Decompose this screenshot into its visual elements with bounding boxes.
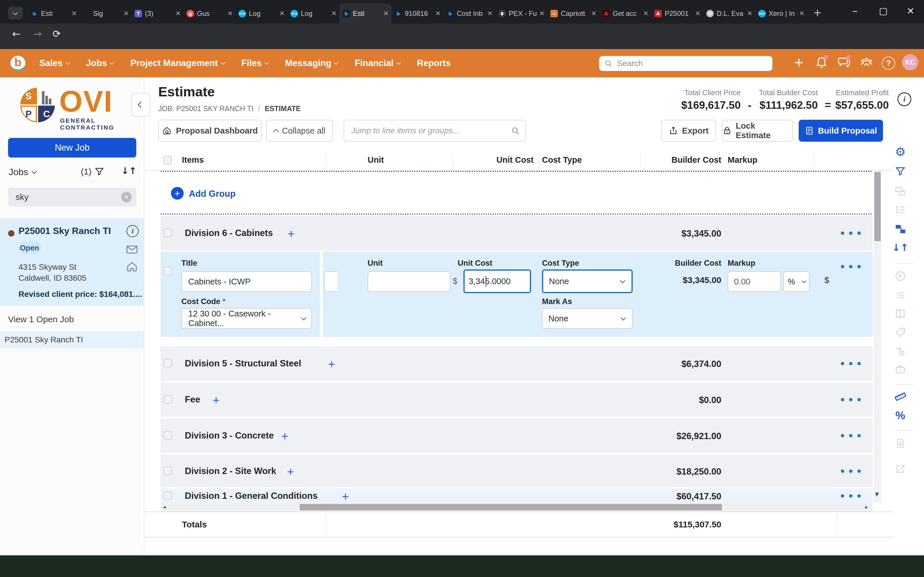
row-menu-icon[interactable]: ••• bbox=[839, 429, 864, 443]
tab-close-icon[interactable]: ✕ bbox=[540, 10, 544, 17]
row-menu-icon[interactable]: ••• bbox=[839, 393, 864, 406]
reapply-list-icon[interactable] bbox=[894, 345, 907, 357]
jobs-sort-icon[interactable]: ↓↑ bbox=[121, 166, 137, 176]
mark-as-select[interactable]: None bbox=[542, 308, 633, 329]
scroll-down-icon[interactable]: ▼ bbox=[875, 492, 879, 497]
tab-close-icon[interactable]: ✕ bbox=[176, 10, 181, 17]
markup-input[interactable]: 0.00 bbox=[728, 271, 781, 292]
row-checkbox[interactable] bbox=[163, 229, 172, 237]
cost-type-select[interactable]: None bbox=[542, 269, 633, 293]
column-layout-icon[interactable] bbox=[894, 185, 907, 197]
browser-tab[interactable]: (3)✕ bbox=[132, 3, 184, 24]
row-menu-icon[interactable]: ••• bbox=[839, 465, 864, 478]
row-checkbox[interactable] bbox=[163, 395, 172, 404]
proposal-dashboard-button[interactable]: Proposal Dashboard bbox=[158, 120, 262, 142]
settings-gear-icon[interactable]: ⚙ bbox=[894, 146, 907, 158]
file-download-icon[interactable] bbox=[894, 437, 907, 450]
quick-add-icon[interactable]: + bbox=[793, 56, 804, 69]
browser-tab[interactable]: Log✕ bbox=[236, 3, 288, 24]
column-markup[interactable]: Markup bbox=[728, 155, 758, 165]
unit-input[interactable] bbox=[368, 271, 451, 292]
add-group-plus-icon[interactable]: + bbox=[171, 187, 184, 200]
split-table-icon[interactable] bbox=[894, 223, 907, 235]
row-checkbox[interactable] bbox=[163, 491, 172, 500]
tab-close-icon[interactable]: ✕ bbox=[488, 10, 493, 17]
sort-order-icon[interactable]: ↓↑ bbox=[894, 241, 907, 254]
filter-icon[interactable] bbox=[894, 165, 907, 178]
nav-files[interactable]: Files bbox=[241, 58, 268, 68]
browser-tab[interactable]: 910816✕ bbox=[391, 3, 444, 24]
export-button[interactable]: Export bbox=[661, 120, 716, 142]
window-minimize-button[interactable]: – bbox=[852, 6, 858, 16]
browser-tab[interactable]: Get acc✕ bbox=[599, 3, 651, 24]
breadcrumb-job[interactable]: JOB: P25001 SKY RANCH TI bbox=[158, 105, 254, 113]
email-icon[interactable] bbox=[126, 243, 138, 256]
browser-tab[interactable]: D.L. Eva✕ bbox=[703, 3, 755, 24]
browser-tab-active[interactable]: Esti✕ bbox=[339, 3, 391, 24]
nav-jobs[interactable]: Jobs bbox=[86, 58, 113, 68]
build-proposal-button[interactable]: Build Proposal bbox=[799, 120, 883, 142]
window-maximize-button[interactable]: ▢ bbox=[879, 6, 888, 16]
horizontal-scrollbar[interactable]: ◂ ▸ bbox=[160, 503, 872, 511]
markup-unit-select[interactable]: % bbox=[783, 271, 810, 292]
sidebar-collapse-button[interactable] bbox=[131, 93, 150, 116]
ruler-takeoff-icon[interactable] bbox=[894, 390, 907, 403]
catalog-book-icon[interactable] bbox=[894, 308, 907, 320]
add-line-item-icon[interactable]: + bbox=[287, 467, 294, 477]
browser-tab[interactable]: PEX - Fu✕ bbox=[496, 3, 548, 24]
window-close-button[interactable]: ✕ bbox=[907, 6, 914, 16]
jobs-filter-button[interactable]: (1) bbox=[81, 167, 104, 177]
jobs-search-input[interactable]: sky ✕ bbox=[8, 187, 136, 206]
nav-project-management[interactable]: Project Management bbox=[130, 58, 225, 68]
row-menu-icon[interactable]: ••• bbox=[839, 227, 864, 240]
browser-tab[interactable]: Capriott✕ bbox=[548, 3, 599, 24]
tab-close-icon[interactable]: ✕ bbox=[383, 10, 389, 17]
group-row-division-3[interactable]: Division 3 - Concrete + $26,921.00 ••• bbox=[160, 418, 872, 453]
row-menu-icon[interactable]: ••• bbox=[839, 490, 864, 503]
column-cost-type[interactable]: Cost Type bbox=[542, 155, 582, 165]
reload-button[interactable]: ⟳ bbox=[53, 29, 61, 39]
browser-tab[interactable]: Esti✕ bbox=[28, 3, 80, 24]
group-row-division-1[interactable]: Division 1 - General Conditions + $60,41… bbox=[160, 488, 872, 503]
add-line-item-icon[interactable]: + bbox=[281, 432, 288, 442]
horizontal-scroll-thumb[interactable] bbox=[300, 504, 722, 510]
tab-close-icon[interactable]: ✕ bbox=[591, 10, 596, 17]
forward-button[interactable]: → bbox=[34, 29, 42, 39]
percent-markup-icon[interactable]: % bbox=[894, 409, 907, 422]
tab-close-icon[interactable]: ✕ bbox=[279, 10, 285, 17]
buildertrend-logo[interactable]: b bbox=[10, 56, 26, 71]
cost-code-select[interactable]: 12 30 00 - Casework - Cabinet... bbox=[181, 308, 312, 329]
group-row-division-2[interactable]: Division 2 - Site Work + $18,250.00 ••• bbox=[160, 455, 872, 487]
column-unit[interactable]: Unit bbox=[368, 155, 384, 165]
column-builder-cost[interactable]: Builder Cost bbox=[641, 155, 721, 165]
tab-close-icon[interactable]: ✕ bbox=[799, 10, 804, 17]
totals-info-icon[interactable]: i bbox=[897, 92, 911, 106]
nav-sales[interactable]: Sales bbox=[39, 58, 69, 68]
unit-cost-input-focused[interactable]: 3,345.0000 bbox=[464, 269, 531, 293]
row-height-icon[interactable] bbox=[894, 203, 907, 216]
tag-icon[interactable] bbox=[894, 326, 907, 339]
tab-close-icon[interactable]: ✕ bbox=[643, 10, 649, 17]
browser-tab[interactable]: Log✕ bbox=[288, 3, 339, 24]
column-items[interactable]: Items bbox=[182, 155, 204, 165]
row-checkbox[interactable] bbox=[163, 359, 172, 367]
nav-financial[interactable]: Financial bbox=[355, 58, 400, 68]
browser-tab[interactable]: Xero | In✕ bbox=[755, 3, 807, 24]
nav-messaging[interactable]: Messaging bbox=[285, 58, 338, 68]
title-input[interactable]: Cabinets - ICWP bbox=[181, 271, 312, 292]
group-row-division-6[interactable]: Division 6 - Cabinets + $3,345.00 ••• bbox=[160, 216, 872, 250]
tab-close-icon[interactable]: ✕ bbox=[72, 10, 77, 17]
new-tab-button[interactable]: + bbox=[813, 8, 822, 18]
browser-tab[interactable]: P25001✕ bbox=[651, 3, 703, 24]
tab-close-icon[interactable]: ✕ bbox=[331, 10, 337, 17]
add-line-item-icon[interactable]: + bbox=[328, 359, 335, 369]
community-icon[interactable] bbox=[860, 56, 873, 70]
row-checkbox[interactable] bbox=[163, 431, 172, 440]
group-row-fee[interactable]: Fee + $0.00 ••• bbox=[160, 382, 872, 417]
row-menu-icon[interactable]: ••• bbox=[839, 357, 864, 371]
add-group-label[interactable]: Add Group bbox=[189, 189, 236, 199]
add-circle-icon[interactable] bbox=[894, 270, 907, 282]
tab-close-icon[interactable]: ✕ bbox=[747, 10, 753, 17]
selected-job-row[interactable]: P25001 Sky Ranch TI bbox=[0, 331, 144, 348]
group-row-division-5[interactable]: Division 5 - Structural Steel + $6,374.0… bbox=[160, 346, 872, 381]
